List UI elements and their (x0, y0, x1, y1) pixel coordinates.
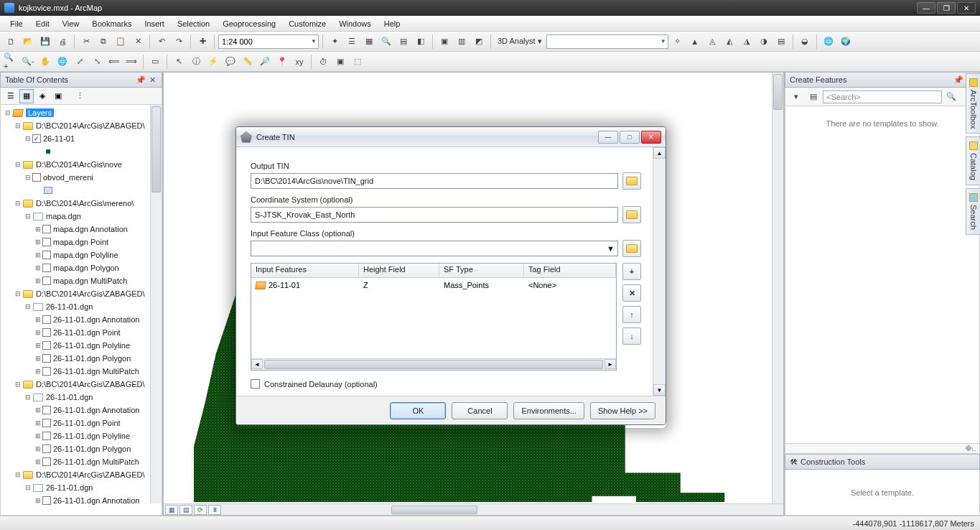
tree-row[interactable]: ⊞26-11-01.dgn MultiPatch (1, 365, 162, 378)
search-icon[interactable]: 🔍 (378, 34, 394, 50)
menu-customize[interactable]: Customize (283, 18, 332, 29)
list-by-source-icon[interactable]: ▦ (19, 89, 34, 103)
scroll-up-icon[interactable]: ▲ (653, 147, 666, 159)
pin-icon[interactable]: 📌 (136, 75, 146, 85)
pan-icon[interactable]: ✋ (37, 54, 53, 70)
sidetab-catalog[interactable]: Catalog (966, 136, 980, 185)
tree-row[interactable]: ⊞26-11-01.dgn Polygon (1, 352, 162, 365)
ok-button[interactable]: OK (390, 402, 446, 419)
tree-row[interactable]: ⊞mapa.dgn Point (1, 236, 162, 248)
undo-icon[interactable]: ↶ (154, 34, 169, 50)
table-hscroll[interactable]: ◄ ► (251, 358, 616, 370)
editor-toolbar-icon[interactable]: ✦ (327, 34, 342, 50)
toolbox-icon[interactable]: ☰ (344, 34, 360, 50)
find-icon[interactable]: 🔎 (257, 54, 273, 70)
ifc-browse-button[interactable] (622, 240, 641, 257)
options-icon[interactable]: ⋮ (73, 89, 87, 103)
html-popup-icon[interactable]: 💬 (223, 54, 238, 70)
paste-icon[interactable]: 📋 (113, 34, 129, 50)
tree-row[interactable]: ⊟Layers (1, 106, 162, 119)
menu-bookmarks[interactable]: Bookmarks (86, 18, 137, 29)
tree-row[interactable]: ⊞26-11-01.dgn Polygon (1, 442, 162, 455)
next-extent-icon[interactable]: ⟹ (123, 54, 139, 70)
move-down-button[interactable]: ↓ (622, 327, 641, 345)
tree-row[interactable]: ⊞26-11-01.dgn Polyline (1, 339, 162, 352)
select-icon[interactable]: ▭ (147, 54, 163, 70)
cancel-button[interactable]: Cancel (452, 402, 508, 419)
a3d-8-icon[interactable]: ◒ (797, 34, 813, 50)
add-row-button[interactable]: + (622, 263, 641, 280)
a3d-2-icon[interactable]: ▲ (687, 34, 703, 50)
viewer-icon[interactable]: ▣ (332, 54, 348, 70)
identify-icon[interactable]: ⓘ (188, 54, 204, 70)
open-icon[interactable]: 📂 (20, 34, 36, 50)
a3d-7-icon[interactable]: ▤ (773, 34, 789, 50)
viewer2-icon[interactable]: ⬚ (350, 54, 365, 70)
a3d-6-icon[interactable]: ◑ (756, 34, 772, 50)
measure-icon[interactable]: 📏 (240, 54, 256, 70)
tree-row[interactable]: ⊟D:\BC\2014\ArcGis\mereno\ (1, 197, 162, 210)
tree-row[interactable]: ⊞mapa.dgn Polyline (1, 248, 162, 261)
list-by-selection-icon[interactable]: ▣ (51, 89, 65, 103)
hyperlink-icon[interactable]: ⚡ (205, 54, 221, 70)
tool2-icon[interactable]: ▥ (454, 34, 470, 50)
scroll-right-icon[interactable]: ► (605, 359, 616, 369)
tree-row[interactable]: ⊞26-11-01.dgn Annotation (1, 404, 162, 417)
fixed-zoom-in-icon[interactable]: ⤢ (72, 54, 88, 70)
sidetab-arctoolbox[interactable]: ArcToolbox (966, 73, 980, 134)
data-view-tab[interactable]: ▦ (165, 505, 178, 515)
prev-extent-icon[interactable]: ⟸ (106, 54, 122, 70)
catalog-icon[interactable]: ▦ (361, 34, 377, 50)
tree-row[interactable]: ⊞26-11-01.dgn Point (1, 417, 162, 429)
new-doc-icon[interactable]: 🗋 (3, 34, 19, 50)
feature-table[interactable]: Input Features Height Field SF Type Tag … (251, 263, 617, 371)
fixed-zoom-out-icon[interactable]: ⤡ (89, 54, 105, 70)
tree-row[interactable]: ⊞26-11-01.dgn Point (1, 326, 162, 339)
close-panel-icon[interactable]: ✕ (147, 75, 157, 85)
a3d-3-icon[interactable]: ◬ (704, 34, 720, 50)
save-icon[interactable]: 💾 (37, 34, 53, 50)
dialog-maximize-button[interactable]: □ (620, 131, 640, 144)
a3d-4-icon[interactable]: ◭ (722, 34, 737, 50)
python-icon[interactable]: ▤ (396, 34, 411, 50)
menu-windows[interactable]: Windows (333, 18, 377, 29)
tree-row[interactable]: ⊞mapa.dgn Annotation (1, 223, 162, 236)
tree-row[interactable]: ⊞26-11-01.dgn Annotation (1, 313, 162, 326)
tree-row[interactable]: ⊟D:\BC\2014\ArcGis\ZABAGED\ (1, 119, 162, 132)
list-by-drawing-icon[interactable]: ☰ (4, 89, 18, 103)
tree-row[interactable] (1, 145, 162, 158)
constrained-delaunay-checkbox[interactable]: Constrained Delaunay (optional) (251, 379, 641, 389)
tree-row[interactable]: ⊟D:\BC\2014\ArcGis\ZABAGED\ (1, 287, 162, 300)
pause-icon[interactable]: ⏸ (208, 505, 221, 515)
menu-edit[interactable]: Edit (30, 18, 55, 29)
menu-geoprocessing[interactable]: Geoprocessing (217, 18, 281, 29)
cf-resize-grip-icon[interactable]: �ட (965, 444, 976, 453)
tree-row[interactable] (1, 184, 162, 197)
find-route-icon[interactable]: 📍 (274, 54, 290, 70)
tree-row[interactable]: ⊟mapa.dgn (1, 210, 162, 223)
menu-file[interactable]: File (4, 18, 29, 29)
analyst-layer-combo[interactable]: ▼ (546, 34, 668, 49)
dialog-close-button[interactable]: ✕ (641, 131, 661, 144)
redo-icon[interactable]: ↷ (171, 34, 187, 50)
menu-help[interactable]: Help (378, 18, 406, 29)
zoom-in-icon[interactable]: 🔍+ (3, 54, 19, 70)
close-button[interactable]: ✕ (957, 2, 976, 14)
move-up-button[interactable]: ↑ (622, 306, 641, 323)
tree-row[interactable]: ⊟26-11-01.dgn (1, 300, 162, 313)
dialog-vscroll[interactable]: ▲ ▼ (653, 147, 666, 396)
full-extent-icon[interactable]: 🌐 (55, 54, 70, 70)
globe-icon[interactable]: 🌐 (821, 34, 836, 50)
cf-group-icon[interactable]: ▤ (806, 89, 821, 105)
cs-input[interactable]: S-JTSK_Krovak_East_North (251, 207, 618, 223)
environments-button[interactable]: Environments... (513, 402, 584, 419)
scroll-down-icon[interactable]: ▼ (653, 384, 666, 396)
print-icon[interactable]: 🖨 (55, 34, 70, 50)
add-data-icon[interactable]: ✚ (195, 34, 210, 50)
cf-search-input[interactable]: <Search> (823, 90, 942, 103)
output-browse-button[interactable] (622, 172, 641, 190)
menu-selection[interactable]: Selection (172, 18, 215, 29)
show-help-button[interactable]: Show Help >> (590, 402, 655, 419)
cut-icon[interactable]: ✂ (78, 34, 94, 50)
tree-row[interactable]: ⊞26-11-01.dgn Polyline (1, 429, 162, 442)
